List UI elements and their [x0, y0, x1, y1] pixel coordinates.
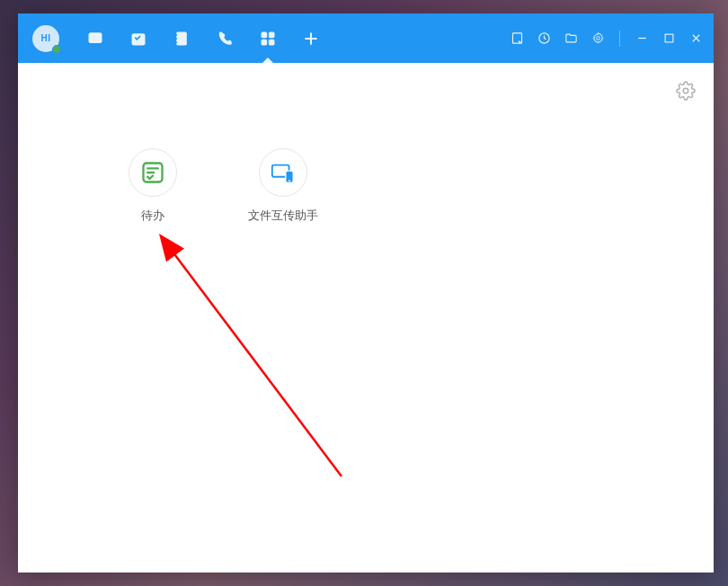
avatar[interactable]: HI [32, 25, 59, 52]
svg-rect-9 [262, 39, 268, 45]
svg-rect-14 [665, 34, 673, 42]
app-label-file-transfer: 文件互传助手 [248, 208, 318, 224]
svg-point-15 [683, 88, 688, 93]
maximize-button[interactable] [661, 31, 676, 46]
titlebar-nav: H! [86, 30, 320, 48]
window-controls [635, 31, 703, 46]
settings-small-icon[interactable] [590, 31, 605, 46]
app-item-todo[interactable]: 待办 [117, 148, 189, 224]
titlebar-right [510, 13, 703, 63]
svg-rect-6 [175, 41, 178, 43]
gear-icon[interactable] [676, 81, 696, 101]
svg-rect-2 [132, 33, 146, 45]
svg-text:H!: H! [92, 33, 99, 41]
close-button[interactable] [688, 31, 703, 46]
chat-icon[interactable]: H! [86, 30, 104, 48]
svg-rect-10 [269, 39, 275, 45]
app-item-file-transfer[interactable]: 文件互传助手 [247, 148, 319, 224]
plus-icon[interactable] [302, 30, 320, 48]
note-icon[interactable] [510, 31, 524, 46]
main-window: HI H! [18, 13, 714, 573]
app-grid: 待办 文件互传助手 [117, 148, 319, 224]
titlebar: HI H! [18, 13, 714, 63]
todo-icon [140, 160, 165, 185]
titlebar-divider [619, 31, 620, 47]
annotation-arrow [18, 63, 714, 573]
svg-rect-5 [175, 38, 178, 40]
app-circle-file-transfer [259, 148, 307, 197]
calendar-icon[interactable] [129, 30, 147, 48]
file-transfer-icon [270, 159, 297, 186]
folder-icon[interactable] [564, 31, 578, 46]
app-label-todo: 待办 [141, 208, 164, 224]
app-circle-todo [129, 148, 177, 197]
svg-rect-3 [176, 31, 187, 45]
svg-rect-4 [175, 34, 178, 36]
svg-rect-7 [262, 31, 268, 38]
notebook-icon[interactable] [173, 30, 191, 48]
minimize-button[interactable] [635, 31, 649, 46]
phone-icon[interactable] [216, 30, 234, 48]
apps-icon[interactable] [259, 30, 277, 48]
avatar-text: HI [41, 33, 51, 43]
svg-point-19 [289, 180, 290, 182]
svg-line-20 [173, 252, 342, 476]
content-area: 待办 文件互传助手 [18, 63, 714, 573]
svg-point-13 [596, 37, 599, 40]
svg-rect-8 [269, 31, 275, 38]
history-icon[interactable] [537, 31, 551, 46]
status-indicator [52, 45, 61, 54]
